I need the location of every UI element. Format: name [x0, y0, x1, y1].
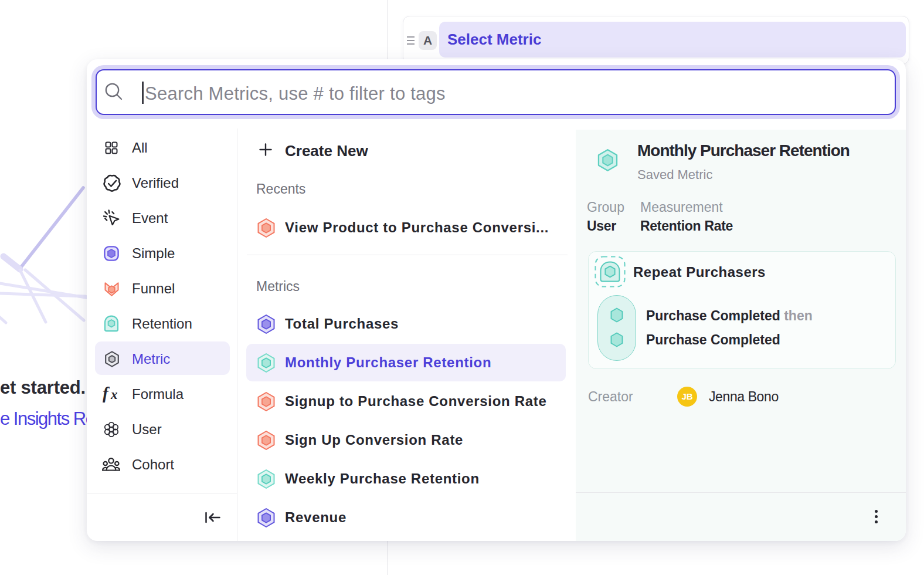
svg-text:f: f	[103, 384, 110, 402]
svg-text:x: x	[110, 387, 118, 402]
